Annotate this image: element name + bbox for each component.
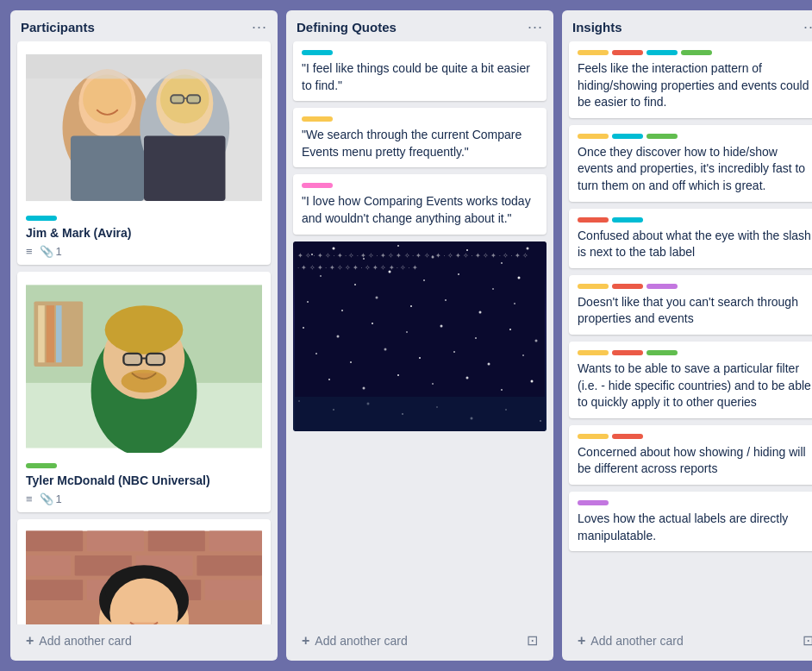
card-q1[interactable]: "I feel like things could be quite a bit… [293,41,547,101]
svg-rect-18 [47,305,54,362]
card-i4[interactable]: Doesn't like that you can't search throu… [569,275,812,335]
svg-rect-32 [26,555,71,576]
svg-point-66 [514,303,515,304]
card-name-jim-mark: Jim & Mark (Avira) [26,226,262,240]
svg-point-61 [341,310,343,311]
card-text-i1: Feels like the interaction pattern of hi… [578,60,812,111]
svg-point-52 [527,247,529,249]
svg-point-51 [501,262,503,264]
svg-point-65 [479,310,482,313]
card-jim-mark[interactable]: Jim & Mark (Avira) ≡ 📎 1 [17,41,271,265]
svg-point-85 [432,383,434,385]
svg-point-73 [509,329,511,330]
svg-point-68 [337,335,340,337]
attachment-icon: 📎 1 [40,245,62,258]
card-text-i3: Confused about what the eye with the sla… [578,228,812,261]
column-menu-quotes[interactable]: ··· [528,19,543,34]
night-sky-image [293,241,547,431]
column-header-insights: Insights ··· [562,10,812,41]
attachment-icon-tyler: 📎 1 [40,492,62,505]
card-text-q1: "I feel like things could be quite a bit… [302,60,538,94]
svg-rect-35 [197,555,262,576]
tag-yellow-q2 [302,116,333,122]
add-card-label-quotes: Add another card [315,634,407,648]
column-header-participants: Participants ··· [10,10,278,41]
card-image-jim-mark [26,50,262,209]
card-q2[interactable]: "We search through the current Compare E… [293,108,547,167]
card-woman[interactable] [17,519,271,624]
card-i1[interactable]: Feels like the interaction pattern of hi… [569,41,812,118]
svg-point-69 [372,323,373,324]
svg-point-55 [389,270,391,273]
svg-point-83 [363,386,365,389]
svg-point-88 [531,379,534,382]
svg-rect-12 [144,135,225,201]
card-name-tyler: Tyler McDonald (NBC Universal) [26,473,262,487]
tag-red-i6 [612,434,643,439]
svg-rect-36 [26,580,83,600]
add-card-label-participants: Add another card [39,634,131,648]
card-text-q3: "I love how Comparing Events works today… [302,193,538,227]
tag-yellow-i5 [578,350,609,355]
tag-yellow-i2 [578,134,609,139]
svg-point-63 [410,305,412,307]
tag-yellow-i4 [578,284,609,289]
add-icon-participants: + [26,633,34,649]
tag-red-i3 [578,217,609,223]
svg-rect-10 [187,95,200,103]
card-text-i5: Wants to be able to save a particular fi… [578,361,812,411]
add-card-participants[interactable]: + Add another card [17,628,271,654]
card-tags-q3 [302,183,538,188]
card-i2[interactable]: Once they discover how to hide/show even… [569,125,812,202]
card-tags-i2 [578,134,812,139]
column-menu-participants[interactable]: ··· [252,19,267,34]
tag-purple-i4 [646,284,678,289]
template-icon-quotes[interactable]: ⊡ [527,632,538,649]
svg-rect-24 [147,354,165,365]
svg-point-86 [466,376,469,379]
svg-point-81 [522,354,524,356]
tag-teal-q1 [302,50,333,55]
card-text-i2: Once they discover how to hide/show even… [578,144,812,195]
svg-point-22 [105,305,184,354]
column-menu-insights[interactable]: ··· [803,19,812,34]
tag-green-i1 [681,50,712,55]
card-i3[interactable]: Confused about what the eye with the sla… [569,209,812,268]
column-content-quotes: "I feel like things could be quite a bit… [286,41,553,624]
card-i5[interactable]: Wants to be able to save a particular fi… [569,342,812,418]
card-tyler[interactable]: Tyler McDonald (NBC Universal) ≡ 📎 1 [17,272,271,512]
card-i7[interactable]: Loves how the actual labels are directly… [569,492,812,551]
tag-teal-i3 [612,217,643,223]
svg-rect-97 [295,397,545,431]
tag-pink-q3 [302,183,333,188]
svg-point-79 [453,351,455,353]
column-title-insights: Insights [572,20,622,34]
card-tags-jim-mark [26,216,262,221]
card-i6[interactable]: Concerned about how showing / hiding wil… [569,425,812,485]
svg-point-47 [363,258,365,260]
svg-rect-31 [209,531,262,552]
tag-teal-i1 [646,50,678,55]
svg-point-46 [333,247,335,249]
template-icon-insights[interactable]: ⊡ [803,632,812,649]
card-q3[interactable]: "I love how Comparing Events works today… [293,174,547,234]
tag-yellow-i6 [578,434,609,439]
card-text-i7: Loves how the actual labels are directly… [578,511,812,544]
column-content-insights: Feels like the interaction pattern of hi… [562,41,812,624]
add-icon-insights: + [578,633,585,649]
svg-point-76 [350,361,352,363]
svg-point-82 [328,379,330,380]
add-card-insights[interactable]: + Add another card ⊡ [569,627,812,654]
board: Participants ··· [10,10,802,661]
svg-rect-19 [56,305,62,362]
tag-green-i5 [646,350,678,355]
tag-purple-i7 [578,500,609,505]
svg-point-71 [440,324,443,327]
add-card-quotes[interactable]: + Add another card ⊡ [293,627,547,654]
card-image-tyler [26,280,262,456]
svg-point-72 [475,337,477,339]
card-footer-jim-mark: ≡ 📎 1 [26,245,262,258]
card-tags-i3 [578,217,812,223]
add-icon-quotes: + [302,633,309,649]
column-defining-quotes: Defining Quotes ··· "I feel like things … [286,10,553,661]
